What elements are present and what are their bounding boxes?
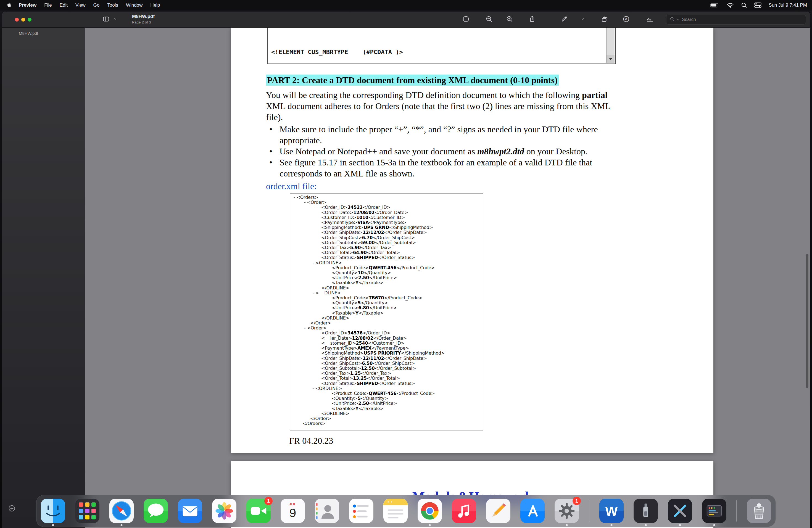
dtd-element-line: <!ELEMENT CUS_MBRTYPE (#PCDATA )> [271,48,403,56]
sidebar-options-button[interactable] [112,15,119,25]
zoom-in-button[interactable] [504,15,515,25]
dock-item-tools-app[interactable] [668,499,692,523]
zoom-button[interactable] [28,18,31,21]
paragraph-line: file). [266,112,610,122]
app-store-icon [520,499,545,523]
dock-item-messages[interactable] [144,499,168,523]
menu-item-tools[interactable]: Tools [103,2,122,8]
bullet-item: •Use Notepad or Notepad++ and save your … [266,146,598,157]
control-center-icon[interactable] [754,2,762,8]
dock-item-settings[interactable]: 1 [555,499,579,523]
sidebar-file-label[interactable]: M8HW.pdf [19,31,38,35]
notepad-screenshot-fragment: <!ELEMENT CUS_MBRTYPE (#PCDATA )> [267,28,616,64]
wifi-icon[interactable] [727,2,734,8]
xml-line: - <Orders> [291,195,483,200]
highlight-a-icon: A [623,15,630,24]
menu-item-file[interactable]: File [40,2,56,8]
xml-line: <Product_Code>QWERT-456</Product_Code> [291,265,483,270]
menu-item-help[interactable]: Help [146,2,164,8]
dock-item-trash[interactable] [747,499,771,523]
menu-item-view[interactable]: View [72,2,89,8]
bullet-line: corresponds to an XML file as shown. [279,168,598,179]
dock-item-word[interactable]: W [599,499,624,523]
dock-item-finder[interactable] [41,499,65,523]
apple-menu[interactable] [5,2,15,9]
xml-line: <Taxable>Y</Taxable> [291,311,483,316]
share-icon [528,15,536,24]
running-indicator [645,524,647,526]
dock-item-calendar[interactable]: JUL9 [280,499,305,523]
menu-item-window[interactable]: Window [122,2,146,8]
battery-icon[interactable] [710,2,720,8]
xml-line: <UnitPrice>2.50</UnitPrice> [291,275,483,280]
signature-icon [646,15,653,24]
contacts-icon [315,499,339,523]
thumbnail-sidebar: M8HW.pdf [2,28,85,528]
dock-item-dark-utility[interactable] [634,499,658,523]
dark-utility-icon [634,499,658,523]
highlight-button[interactable]: A [621,15,632,25]
spotlight-search-icon[interactable] [741,2,747,8]
scroll-down-arrow-icon [607,55,614,63]
share-button[interactable] [527,15,537,25]
dock-item-launchpad[interactable] [75,499,99,523]
xml-line: </ORDLINE> [291,316,483,321]
dock-item-facetime[interactable]: 1 [246,499,271,523]
svg-text:JUL: JUL [289,502,296,506]
xml-line: <Order_Total>13.25</Order_Total> [291,376,483,381]
dock-item-pencil-app[interactable] [486,499,510,523]
dock-item-photos[interactable] [212,499,236,523]
info-button[interactable] [461,15,471,25]
bullet-list: •Make sure to include the proper “+”, “*… [266,124,598,179]
vertical-scrollbar[interactable] [806,254,808,388]
dock-item-music[interactable] [452,499,476,523]
signature-button[interactable] [644,15,655,25]
close-button[interactable] [15,18,19,21]
app-menus: PreviewFileEditViewGoToolsWindowHelp [15,2,164,8]
menu-item-preview[interactable]: Preview [15,2,40,8]
zoom-out-button[interactable] [484,15,494,25]
mail-icon [178,499,202,523]
menu-bar-clock[interactable]: Sun Jul 9 7:41 PM [769,2,807,8]
dock-item-contacts[interactable] [315,499,339,523]
search-input[interactable]: Search [666,15,806,25]
rotate-button[interactable] [599,15,610,25]
svg-text:W: W [605,504,618,518]
xml-line: <Order_Tax>5.90</Order_Tax> [291,245,483,250]
calendar-icon: JUL9 [280,499,305,523]
circled-plus-icon[interactable] [8,505,15,513]
dock-separator [589,500,590,522]
dock-item-window-app[interactable] [702,499,726,523]
markup-dropdown-button[interactable] [579,15,586,25]
dock-item-notes[interactable] [383,499,408,523]
minimize-button[interactable] [21,18,25,21]
intro-paragraph: You will be creating the corresponding D… [266,89,610,122]
dock-item-app-store[interactable] [520,499,545,523]
xml-line: <Order_ID>34576</Order_ID> [291,331,483,336]
notification-badge: 1 [572,497,581,505]
photos-icon [212,499,236,523]
xml-line: <Order_Status>SHIPPED</Order_Status> [291,255,483,260]
markup-button[interactable] [559,15,569,25]
dock-item-reminders[interactable] [349,499,373,523]
menu-item-edit[interactable]: Edit [56,2,72,8]
xml-line: <Order_ShipCost>6.70</Order_ShipCost> [291,235,483,240]
sidebar-toggle-button[interactable] [101,15,111,25]
highlighted-heading-text: PART 2: Create a DTD document from exist… [266,75,559,86]
menu-item-go[interactable]: Go [89,2,104,8]
dock-item-chrome[interactable] [418,499,442,523]
xml-line: < ler_Date>12/08/02</Order_Date> [291,336,483,341]
xml-line: - <Order> [291,200,483,205]
footer-note: FR 04.20.23 [289,436,333,446]
paragraph-line: You will be creating the corresponding D… [266,89,610,101]
dock-item-mail[interactable] [178,499,202,523]
pdf-content-area[interactable]: <!ELEMENT CUS_MBRTYPE (#PCDATA )> PART 2… [85,28,810,528]
bullet-line: See figure 15.17 in section 15-3a in the… [279,157,598,168]
xml-line: <Quantity>5</Quantity> [291,300,483,305]
xml-line: <Quantity>5</Quantity> [291,396,483,401]
dock-item-safari[interactable] [110,499,134,523]
bullet-item: •See figure 15.17 in section 15-3a in th… [266,157,598,179]
bullet-line: appropriate. [279,135,598,146]
xml-line: <Order_ShipDate>12/11/02</Order_ShipDate… [291,356,483,361]
sidebar-toggle-icon [102,15,110,24]
